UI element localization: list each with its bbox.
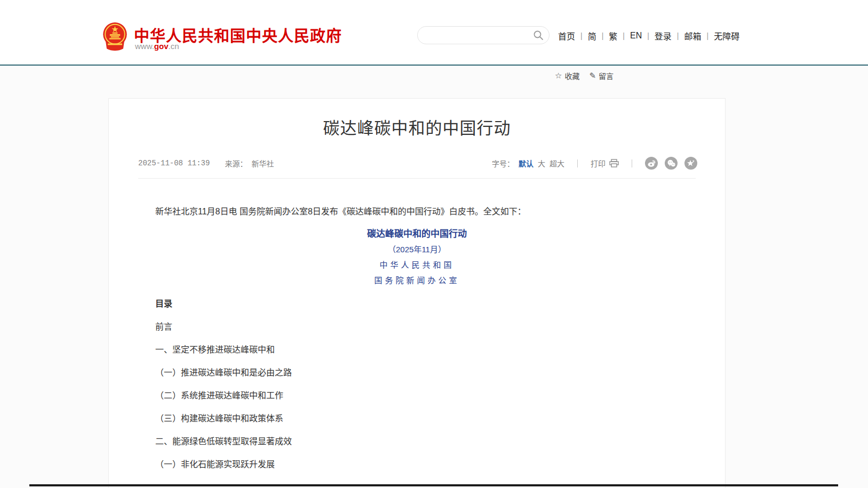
nav-accessibility[interactable]: 无障碍 (714, 29, 739, 42)
page: 中华人民共和国中央人民政府 www.gov.cn 首页 | 简 | 繁 | EN… (0, 0, 868, 488)
share-icons (645, 157, 697, 170)
printer-icon (609, 159, 619, 167)
site-url: www.gov.cn (135, 42, 179, 51)
site-url-gov: gov (154, 42, 169, 51)
font-size-xlarge[interactable]: 超大 (550, 158, 564, 169)
document-heading-block: 碳达峰碳中和的中国行动 （2025年11月） 中华人民共和国 国务院新闻办公室 (109, 229, 725, 291)
national-emblem-logo (102, 22, 128, 52)
nav-simplified[interactable]: 简 (588, 29, 596, 42)
source-value[interactable]: 新华社 (251, 158, 274, 169)
print-label: 打印 (591, 158, 606, 169)
font-size-large[interactable]: 大 (538, 158, 545, 169)
nav-separator: | (623, 31, 625, 40)
star-share-icon[interactable] (684, 157, 697, 170)
article-date: 2025-11-08 11:39 (138, 159, 210, 167)
toc-item: （三）构建碳达峰碳中和政策体系 (138, 414, 696, 423)
meta-separator (632, 159, 632, 167)
star-icon: ☆ (555, 71, 562, 81)
article-meta-right: 字号： 默认 大 超大 打印 (492, 157, 697, 170)
lead-paragraph: 新华社北京11月8日电 国务院新闻办公室8日发布《碳达峰碳中和的中国行动》白皮书… (138, 205, 696, 218)
nav-english[interactable]: EN (630, 31, 642, 41)
table-of-contents: 目录 前言 一、坚定不移推进碳达峰碳中和 （一）推进碳达峰碳中和是必由之路 （二… (138, 300, 696, 483)
search-input[interactable] (426, 31, 533, 39)
search-box (417, 26, 550, 44)
favorite-button[interactable]: ☆ 收藏 (555, 70, 579, 81)
toc-item: （一）推进碳达峰碳中和是必由之路 (138, 369, 696, 377)
print-button[interactable]: 打印 (591, 158, 619, 169)
document-date: （2025年11月） (109, 245, 725, 254)
message-button[interactable]: ✎ 留言 (589, 70, 614, 81)
nav-separator: | (580, 31, 583, 40)
document-title: 碳达峰碳中和的中国行动 (109, 229, 725, 239)
nav-separator: | (707, 31, 709, 40)
toc-item: 二、能源绿色低碳转型取得显著成效 (138, 437, 696, 446)
source-label: 来源： (225, 158, 247, 169)
article-meta-left: 2025-11-08 11:39 来源： 新华社 (138, 158, 274, 169)
message-label: 留言 (599, 70, 614, 81)
nav-home[interactable]: 首页 (558, 29, 575, 42)
weibo-share-icon[interactable] (645, 157, 658, 170)
article-meta-row: 2025-11-08 11:39 来源： 新华社 字号： 默认 大 超大 打印 (138, 156, 697, 170)
meta-divider-line (138, 178, 696, 179)
top-nav: 首页 | 简 | 繁 | EN | 登录 | 邮箱 | 无障碍 (558, 30, 739, 42)
nav-separator: | (647, 31, 649, 40)
toc-item: 前言 (138, 323, 696, 331)
wechat-share-icon[interactable] (665, 157, 678, 170)
search-icon[interactable] (533, 30, 544, 41)
toc-item: （一）非化石能源实现跃升发展 (138, 460, 696, 469)
toc-item: 一、坚定不移推进碳达峰碳中和 (138, 346, 696, 354)
nav-separator: | (602, 31, 604, 40)
bottom-edge-line (29, 484, 838, 486)
pen-icon: ✎ (589, 71, 596, 81)
nav-login[interactable]: 登录 (655, 29, 672, 42)
font-size-label: 字号： (492, 158, 514, 169)
nav-mail[interactable]: 邮箱 (684, 29, 702, 42)
article-card: 碳达峰碳中和的中国行动 2025-11-08 11:39 来源： 新华社 字号：… (108, 98, 726, 488)
favorite-label: 收藏 (564, 70, 579, 81)
nav-separator: | (677, 31, 679, 40)
nav-traditional[interactable]: 繁 (609, 29, 617, 42)
site-url-cn: .cn (169, 42, 179, 51)
site-header: 中华人民共和国中央人民政府 www.gov.cn 首页 | 简 | 繁 | EN… (0, 0, 868, 65)
font-size-default[interactable]: 默认 (519, 158, 533, 169)
site-url-www: www. (135, 42, 154, 51)
article-toolbar: ☆ 收藏 ✎ 留言 (555, 70, 622, 81)
toc-title: 目录 (138, 300, 696, 308)
document-author-line1: 中华人民共和国 (109, 260, 725, 270)
article-title: 碳达峰碳中和的中国行动 (109, 115, 725, 139)
toc-item: （二）系统推进碳达峰碳中和工作 (138, 391, 696, 400)
document-author-line2: 国务院新闻办公室 (109, 276, 725, 285)
meta-separator (577, 159, 578, 167)
